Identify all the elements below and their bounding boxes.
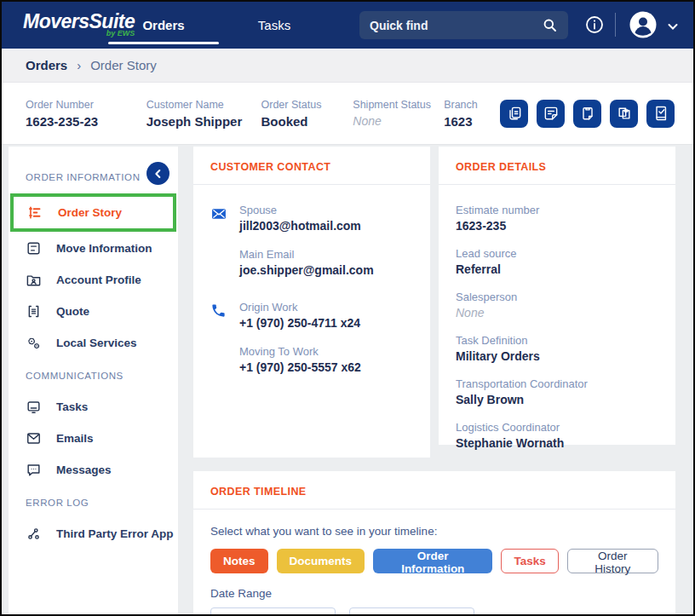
- sidebar-item-label: Order Story: [58, 206, 122, 219]
- sidebar-item-label: Third Party Error App: [56, 527, 174, 540]
- field-estimate-number: Estimate number 1623-235: [456, 204, 658, 233]
- order-details-header: ORDER DETAILS: [439, 147, 675, 185]
- account-profile-icon: [26, 272, 42, 288]
- field-label: Lead source: [456, 247, 658, 260]
- sidebar-collapse-button[interactable]: [146, 162, 169, 185]
- clipboard-button[interactable]: [573, 100, 601, 128]
- customer-name-value: Joseph Shipper: [146, 114, 261, 129]
- content-area: CUSTOMER CONTACT Spouse jill2003@hotmail…: [193, 147, 686, 614]
- user-avatar[interactable]: [629, 10, 658, 39]
- date-to-input[interactable]: [350, 608, 474, 614]
- breadcrumb-orders[interactable]: Orders: [26, 58, 67, 72]
- note-button[interactable]: [537, 100, 565, 128]
- phone-icon: [210, 302, 227, 320]
- quick-find-input[interactable]: [370, 19, 542, 32]
- customer-name-field: Customer Name Joseph Shipper: [146, 99, 261, 129]
- filter-documents-button[interactable]: Documents: [277, 549, 365, 573]
- field-logistics-coordinator: Logistics Coordinator Stephanie Wornath: [456, 421, 658, 450]
- sidebar-item-label: Quote: [56, 305, 89, 318]
- envelope-icon: [26, 430, 42, 446]
- order-action-buttons: [500, 100, 675, 128]
- contact-entry-label: Spouse: [239, 204, 374, 216]
- email-entries: Spouse jill2003@hotmail.com Main Email j…: [239, 204, 374, 277]
- shipment-status-field: Shipment Status None: [353, 99, 444, 128]
- customer-contact-panel: CUSTOMER CONTACT Spouse jill2003@hotmail…: [193, 147, 430, 458]
- clipboard-icon: [579, 105, 596, 122]
- app-window: MoversSuite by EWS Orders Tasks: [0, 0, 695, 616]
- order-timeline-header: ORDER TIMELINE: [193, 471, 675, 509]
- sidebar-item-move-information[interactable]: Move Information: [9, 233, 178, 264]
- move-information-icon: [26, 240, 42, 256]
- contact-entry-label: Moving To Work: [239, 345, 361, 358]
- order-status-value: Booked: [261, 114, 353, 129]
- sidebar-item-label: Tasks: [56, 400, 88, 413]
- customer-contact-title: CUSTOMER CONTACT: [210, 161, 330, 173]
- contact-entry-value: joe.shipper@gmail.com: [239, 263, 374, 277]
- quote-icon: [26, 303, 42, 320]
- sidebar-item-tasks[interactable]: Tasks: [9, 391, 178, 423]
- copy-documents-icon: [506, 105, 523, 122]
- main-area: ORDER INFORMATION Order Story Move Infor…: [2, 145, 693, 614]
- field-lead-source: Lead source Referral: [456, 247, 658, 276]
- quick-find-box: [359, 11, 568, 39]
- date-range-inputs: [210, 607, 658, 614]
- clipboards-button[interactable]: [610, 100, 638, 128]
- field-value: None: [456, 306, 658, 320]
- message-bubble-icon: [26, 462, 42, 478]
- sidebar-item-quote[interactable]: Quote: [9, 296, 178, 327]
- sidebar-item-third-party-error-app[interactable]: Third Party Error App: [9, 518, 178, 550]
- field-value: Referral: [456, 262, 658, 276]
- book-check-button[interactable]: [646, 100, 675, 128]
- tab-orders[interactable]: Orders: [108, 2, 219, 49]
- sidebar-section-communications: COMMUNICATIONS: [9, 359, 178, 391]
- branch-value: 1623: [444, 114, 500, 129]
- contact-entry-value: +1 (970) 250-5557 x62: [239, 360, 361, 374]
- field-value: 1623-235: [456, 219, 658, 233]
- tab-tasks[interactable]: Tasks: [219, 2, 330, 49]
- mail-icon: [210, 205, 227, 222]
- filter-notes-button[interactable]: Notes: [210, 549, 268, 573]
- contact-entry-origin-work: Origin Work +1 (970) 250-4711 x24: [239, 301, 361, 330]
- sidebar-item-messages[interactable]: Messages: [9, 454, 178, 486]
- sidebar-item-label: Move Information: [56, 242, 152, 255]
- sidebar-item-emails[interactable]: Emails: [9, 423, 178, 454]
- branch-label: Branch: [444, 99, 500, 111]
- sidebar-item-label: Emails: [56, 432, 94, 445]
- sidebar-item-account-profile[interactable]: Account Profile: [9, 264, 178, 296]
- date-from-input[interactable]: [211, 608, 335, 614]
- contact-entry-value: jill2003@hotmail.com: [239, 219, 374, 233]
- contact-entry-main-email: Main Email joe.shipper@gmail.com: [239, 248, 374, 277]
- contact-entry-moving-to-work: Moving To Work +1 (970) 250-5557 x62: [239, 345, 361, 374]
- search-icon[interactable]: [542, 17, 558, 33]
- breadcrumb: Orders › Order Story: [2, 49, 693, 83]
- timeline-prompt: Select what you want to see in your time…: [210, 525, 658, 538]
- tasks-icon: [26, 399, 42, 415]
- sidebar-section-error-log: ERROR LOG: [9, 486, 178, 518]
- filter-tasks-button[interactable]: Tasks: [501, 549, 558, 573]
- field-task-definition: Task Definition Military Orders: [456, 334, 658, 363]
- sidebar-item-label: Local Services: [56, 337, 137, 349]
- order-status-field: Order Status Booked: [261, 99, 353, 129]
- filter-order-history-button[interactable]: Order History: [567, 549, 658, 573]
- contact-entry-label: Main Email: [239, 248, 374, 261]
- sidebar-section-title: ERROR LOG: [26, 498, 89, 508]
- tab-tasks-label: Tasks: [258, 18, 290, 32]
- sidebar-item-local-services[interactable]: Local Services: [9, 327, 178, 359]
- order-summary-header: Order Number 1623-235-23 Customer Name J…: [2, 83, 693, 145]
- top-navbar: MoversSuite by EWS Orders Tasks: [2, 2, 693, 49]
- share-nodes-icon: [26, 526, 42, 542]
- primary-tabs: Orders Tasks: [108, 2, 330, 49]
- book-check-icon: [652, 105, 669, 122]
- note-icon: [543, 105, 560, 122]
- date-range-label: Date Range: [210, 587, 658, 600]
- sidebar-item-order-story[interactable]: Order Story: [14, 197, 173, 228]
- field-value: Sally Brown: [456, 393, 658, 406]
- field-label: Salesperson: [456, 291, 658, 303]
- chevron-down-icon[interactable]: [666, 20, 680, 33]
- field-value: Military Orders: [456, 349, 658, 363]
- info-icon[interactable]: [584, 14, 605, 35]
- phone-entries: Origin Work +1 (970) 250-4711 x24 Moving…: [239, 301, 361, 374]
- copy-documents-button[interactable]: [500, 100, 528, 128]
- contact-entry-label: Origin Work: [239, 301, 361, 314]
- filter-order-information-button[interactable]: Order Information: [373, 549, 492, 573]
